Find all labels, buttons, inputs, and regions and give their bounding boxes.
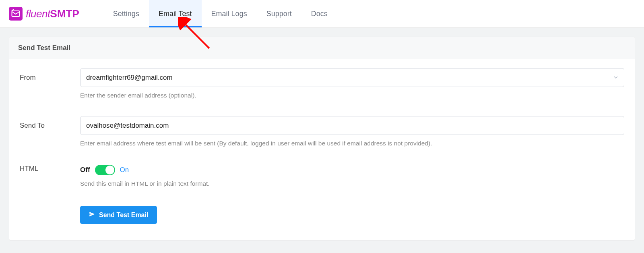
- paper-plane-icon: [89, 211, 95, 219]
- tab-support[interactable]: Support: [257, 0, 301, 27]
- from-label: From: [20, 68, 80, 82]
- logo: fluentSMTP: [9, 7, 79, 21]
- from-select[interactable]: dreamfighterr69@gmail.com: [80, 68, 624, 87]
- send-to-label: Send To: [20, 116, 80, 130]
- html-label: HTML: [20, 164, 80, 173]
- toggle-on-label: On: [120, 166, 129, 174]
- tab-email-test[interactable]: Email Test: [149, 0, 202, 27]
- html-toggle[interactable]: [95, 165, 115, 175]
- send-test-email-button[interactable]: Send Test Email: [80, 206, 157, 224]
- tab-email-logs[interactable]: Email Logs: [202, 0, 257, 27]
- from-select-value: dreamfighterr69@gmail.com: [86, 74, 173, 82]
- tab-settings[interactable]: Settings: [103, 0, 149, 27]
- send-to-hint: Enter email address where test email wil…: [80, 140, 624, 147]
- send-test-email-panel: Send Test Email From dreamfighterr69@gma…: [9, 37, 635, 241]
- tab-docs[interactable]: Docs: [301, 0, 337, 27]
- send-button-label: Send Test Email: [99, 212, 148, 219]
- toggle-off-label: Off: [80, 166, 90, 174]
- from-hint: Enter the sender email address (optional…: [80, 92, 624, 99]
- html-toggle-hint: Send this email in HTML or in plain text…: [80, 180, 624, 187]
- logo-text: fluentSMTP: [26, 8, 79, 20]
- tab-bar: Settings Email Test Email Logs Support D…: [103, 0, 337, 27]
- panel-title: Send Test Email: [9, 37, 635, 59]
- toggle-knob: [105, 166, 114, 174]
- send-to-input-value: ovalhose@testdomain.com: [86, 122, 169, 130]
- chevron-down-icon: [613, 74, 618, 82]
- envelope-icon: [9, 7, 23, 21]
- send-to-input[interactable]: ovalhose@testdomain.com: [80, 116, 624, 135]
